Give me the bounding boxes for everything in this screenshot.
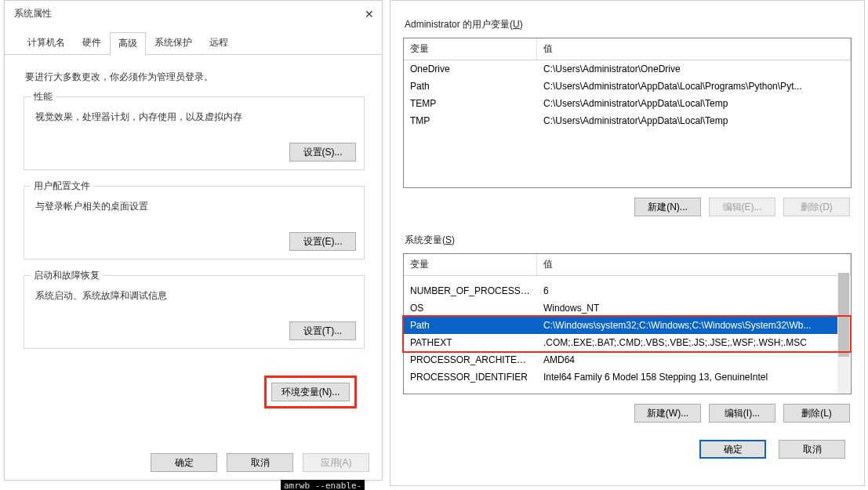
cell-variable: PROCESSOR_ARCHITECT...	[404, 353, 537, 367]
cell-value: 6	[537, 284, 851, 298]
apply-button[interactable]: 应用(A)	[303, 453, 369, 472]
cell-value: C:\Users\Administrator\AppData\Local\Tem…	[537, 96, 851, 111]
profiles-settings-button[interactable]: 设置(E)...	[289, 232, 356, 251]
group-user-profiles: 用户配置文件 与登录帐户相关的桌面设置 设置(E)...	[24, 186, 365, 260]
cell-variable: PATHEXT	[404, 336, 537, 350]
tab-远程[interactable]: 远程	[201, 31, 237, 55]
new-user-var-button[interactable]: 新建(N)...	[634, 198, 701, 216]
system-table-scrollbar[interactable]	[837, 273, 850, 393]
user-vars-label-hotkey: U	[513, 19, 520, 30]
group-title-performance: 性能	[31, 90, 56, 103]
cancel-button[interactable]: 取消	[227, 453, 293, 472]
system-vars-label: 系统变量(S)	[403, 220, 852, 253]
table-row[interactable]: OSWindows_NT	[404, 299, 851, 317]
cell-variable: PROCESSOR_IDENTIFIER	[404, 370, 537, 384]
cell-value: .COM;.EXE;.BAT;.CMD;.VBS;.VBE;.JS;.JSE;.…	[537, 336, 851, 350]
env-dialog-button-row: 确定 取消	[403, 426, 852, 459]
cell-variable: Path	[404, 79, 537, 93]
dialog-title-text: 系统属性	[14, 7, 52, 20]
scrollbar-thumb[interactable]	[838, 273, 849, 357]
cell-variable: OS	[404, 301, 537, 315]
tab-高级[interactable]: 高级	[110, 32, 146, 56]
col-header-variable[interactable]: 变量	[404, 38, 537, 60]
tab-body-advanced: 要进行大多数更改，你必须作为管理员登录。 性能 视觉效果，处理器计划，内存使用，…	[5, 54, 382, 419]
table-row[interactable]	[404, 276, 851, 282]
dialog-button-row: 确定 取消 应用(A)	[151, 447, 382, 472]
table-row[interactable]: TEMPC:\Users\Administrator\AppData\Local…	[404, 95, 851, 112]
edit-system-var-button[interactable]: 编辑(I)...	[709, 404, 775, 423]
user-vars-label-suffix: )	[520, 19, 523, 30]
cell-variable: TMP	[404, 114, 537, 128]
env-cancel-button[interactable]: 取消	[779, 440, 845, 459]
group-text-performance: 视觉效果，处理器计划，内存使用，以及虚拟内存	[32, 97, 356, 125]
new-system-var-button[interactable]: 新建(W)...	[634, 404, 701, 423]
user-vars-button-row: 新建(N)... 编辑(E)... 删除(D)	[403, 188, 852, 220]
cell-value: C:\Users\Administrator\AppData\Local\Tem…	[537, 114, 851, 128]
tab-系统保护[interactable]: 系统保护	[146, 31, 201, 55]
user-vars-table[interactable]: 变量 值 OneDriveC:\Users\Administrator\OneD…	[403, 38, 852, 188]
system-vars-label-prefix: 系统变量(	[405, 234, 445, 245]
user-vars-label-prefix: Administrator 的用户变量(	[405, 19, 513, 30]
system-vars-button-row: 新建(W)... 编辑(I)... 删除(L)	[403, 394, 852, 426]
system-vars-label-hotkey: S	[445, 234, 452, 245]
cell-value: AMD64	[537, 353, 851, 367]
dialog-titlebar: 系统属性 ✕	[5, 1, 382, 25]
group-title-startup: 启动和故障恢复	[31, 269, 103, 282]
col-header-value[interactable]: 值	[537, 38, 851, 60]
table-row[interactable]: PROCESSOR_IDENTIFIERIntel64 Family 6 Mod…	[404, 368, 851, 386]
cell-variable: Path	[404, 318, 537, 332]
system-properties-dialog: 系统属性 ✕ 计算机名硬件高级系统保护远程 要进行大多数更改，你必须作为管理员登…	[4, 0, 383, 481]
env-ok-button[interactable]: 确定	[699, 440, 766, 459]
group-performance: 性能 视觉效果，处理器计划，内存使用，以及虚拟内存 设置(S)...	[24, 96, 365, 170]
col-header-variable[interactable]: 变量	[404, 254, 537, 275]
table-row[interactable]: PathC:\Windows\system32;C:\Windows;C:\Wi…	[404, 317, 851, 334]
cell-variable: TEMP	[404, 96, 537, 111]
cell-value: Windows_NT	[537, 301, 851, 315]
group-startup-recovery: 启动和故障恢复 系统启动、系统故障和调试信息 设置(T)...	[24, 275, 365, 349]
environment-variables-button[interactable]: 环境变量(N)...	[271, 383, 350, 401]
cell-value: C:\Users\Administrator\OneDrive	[537, 62, 851, 76]
tab-strip: 计算机名硬件高级系统保护远程	[5, 25, 382, 55]
table-row[interactable]: PATHEXT.COM;.EXE;.BAT;.CMD;.VBS;.VBE;.JS…	[404, 334, 851, 351]
performance-settings-button[interactable]: 设置(S)...	[289, 143, 356, 162]
cell-variable: NUMBER_OF_PROCESSORS	[404, 284, 537, 298]
table-row[interactable]: NUMBER_OF_PROCESSORS6	[404, 282, 851, 299]
cell-variable: OneDrive	[404, 62, 537, 76]
environment-variables-dialog: Administrator 的用户变量(U) 变量 值 OneDriveC:\U…	[390, 0, 865, 486]
delete-system-var-button[interactable]: 删除(L)	[783, 404, 850, 423]
col-header-value[interactable]: 值	[537, 254, 851, 275]
group-title-profiles: 用户配置文件	[31, 180, 93, 193]
tab-硬件[interactable]: 硬件	[74, 31, 110, 55]
user-vars-label: Administrator 的用户变量(U)	[403, 10, 852, 38]
cell-value: C:\Users\Administrator\AppData\Local\Pro…	[537, 79, 851, 93]
system-vars-table[interactable]: 变量 值 NUMBER_OF_PROCESSORS6OSWindows_NTPa…	[403, 253, 852, 394]
annotation-highlight-env-button: 环境变量(N)...	[264, 376, 357, 408]
tab-计算机名[interactable]: 计算机名	[19, 31, 74, 55]
cell-value: Intel64 Family 6 Model 158 Stepping 13, …	[537, 370, 851, 384]
close-icon[interactable]: ✕	[365, 8, 374, 20]
delete-user-var-button[interactable]: 删除(D)	[783, 198, 850, 216]
bg-terminal-fragment: amrwb --enable-	[281, 480, 365, 490]
system-table-header: 变量 值	[404, 254, 851, 276]
table-row[interactable]: TMPC:\Users\Administrator\AppData\Local\…	[404, 112, 851, 129]
table-row[interactable]: PROCESSOR_ARCHITECT...AMD64	[404, 351, 851, 368]
table-row[interactable]: OneDriveC:\Users\Administrator\OneDrive	[404, 60, 851, 78]
table-row[interactable]: PathC:\Users\Administrator\AppData\Local…	[404, 78, 851, 95]
user-table-header: 变量 值	[404, 38, 851, 60]
ok-button[interactable]: 确定	[151, 453, 217, 472]
cell-value	[537, 278, 851, 281]
cell-value: C:\Windows\system32;C:\Windows;C:\Window…	[537, 318, 851, 332]
startup-settings-button[interactable]: 设置(T)...	[289, 321, 356, 340]
edit-user-var-button[interactable]: 编辑(E)...	[709, 198, 775, 216]
cell-variable	[404, 278, 537, 281]
system-vars-label-suffix: )	[452, 234, 455, 245]
intro-text: 要进行大多数更改，你必须作为管理员登录。	[24, 63, 365, 96]
